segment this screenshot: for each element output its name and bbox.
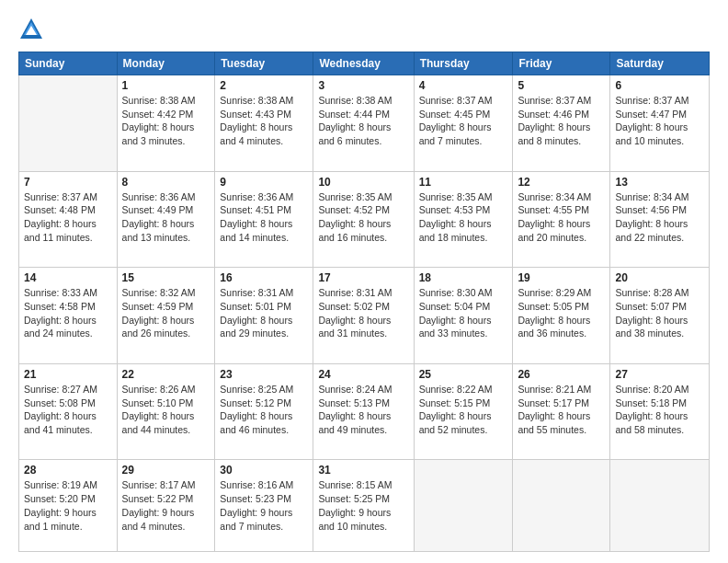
day-number: 11	[419, 176, 508, 189]
calendar-week-row: 21Sunrise: 8:27 AMSunset: 5:08 PMDayligh…	[19, 363, 710, 460]
day-info: Sunrise: 8:38 AMSunset: 4:44 PMDaylight:…	[318, 94, 408, 148]
day-number: 23	[220, 368, 308, 381]
day-number: 31	[318, 464, 408, 477]
weekday-header-cell: Sunday	[19, 52, 118, 75]
day-number: 2	[220, 79, 308, 92]
day-number: 27	[615, 368, 704, 381]
day-number: 25	[419, 368, 508, 381]
day-info: Sunrise: 8:33 AMSunset: 4:58 PMDaylight:…	[24, 286, 112, 340]
logo	[18, 17, 48, 42]
day-number: 9	[220, 176, 308, 189]
day-number: 1	[122, 79, 210, 92]
calendar-body: 1Sunrise: 8:38 AMSunset: 4:42 PMDaylight…	[19, 75, 710, 552]
day-info: Sunrise: 8:34 AMSunset: 4:55 PMDaylight:…	[518, 190, 605, 245]
day-number: 24	[318, 368, 408, 381]
day-number: 12	[518, 176, 605, 189]
calendar-cell: 12Sunrise: 8:34 AMSunset: 4:55 PMDayligh…	[513, 171, 610, 268]
calendar-cell: 17Sunrise: 8:31 AMSunset: 5:02 PMDayligh…	[313, 268, 414, 364]
calendar-cell: 19Sunrise: 8:29 AMSunset: 5:05 PMDayligh…	[513, 268, 610, 364]
day-info: Sunrise: 8:35 AMSunset: 4:52 PMDaylight:…	[318, 190, 408, 245]
day-number: 19	[518, 271, 605, 284]
day-info: Sunrise: 8:26 AMSunset: 5:10 PMDaylight:…	[122, 383, 210, 437]
calendar-cell: 8Sunrise: 8:36 AMSunset: 4:49 PMDaylight…	[117, 171, 215, 268]
calendar-cell	[513, 460, 610, 552]
day-number: 15	[122, 271, 210, 284]
calendar-cell: 29Sunrise: 8:17 AMSunset: 5:22 PMDayligh…	[117, 460, 215, 552]
day-info: Sunrise: 8:15 AMSunset: 5:25 PMDaylight:…	[318, 478, 408, 533]
day-number: 10	[318, 176, 408, 189]
weekday-header-cell: Monday	[117, 52, 215, 75]
day-info: Sunrise: 8:28 AMSunset: 5:07 PMDaylight:…	[615, 286, 704, 340]
day-info: Sunrise: 8:37 AMSunset: 4:47 PMDaylight:…	[615, 94, 704, 148]
calendar-cell: 9Sunrise: 8:36 AMSunset: 4:51 PMDaylight…	[215, 171, 313, 268]
day-info: Sunrise: 8:36 AMSunset: 4:51 PMDaylight:…	[220, 190, 308, 245]
day-info: Sunrise: 8:38 AMSunset: 4:42 PMDaylight:…	[122, 94, 210, 148]
day-info: Sunrise: 8:35 AMSunset: 4:53 PMDaylight:…	[419, 190, 508, 245]
calendar-cell: 11Sunrise: 8:35 AMSunset: 4:53 PMDayligh…	[414, 171, 513, 268]
calendar-cell: 6Sunrise: 8:37 AMSunset: 4:47 PMDaylight…	[610, 75, 710, 172]
day-info: Sunrise: 8:38 AMSunset: 4:43 PMDaylight:…	[220, 94, 308, 148]
day-info: Sunrise: 8:37 AMSunset: 4:48 PMDaylight:…	[24, 190, 112, 245]
day-number: 17	[318, 271, 408, 284]
calendar-cell: 20Sunrise: 8:28 AMSunset: 5:07 PMDayligh…	[610, 268, 710, 364]
day-info: Sunrise: 8:36 AMSunset: 4:49 PMDaylight:…	[122, 190, 210, 245]
calendar-week-row: 1Sunrise: 8:38 AMSunset: 4:42 PMDaylight…	[19, 75, 710, 172]
day-info: Sunrise: 8:31 AMSunset: 5:02 PMDaylight:…	[318, 286, 408, 340]
calendar: SundayMondayTuesdayWednesdayThursdayFrid…	[18, 52, 710, 552]
day-number: 30	[220, 464, 308, 477]
calendar-cell: 22Sunrise: 8:26 AMSunset: 5:10 PMDayligh…	[117, 363, 215, 460]
day-info: Sunrise: 8:25 AMSunset: 5:12 PMDaylight:…	[220, 383, 308, 437]
header	[18, 17, 710, 42]
day-info: Sunrise: 8:32 AMSunset: 4:59 PMDaylight:…	[122, 286, 210, 340]
calendar-week-row: 14Sunrise: 8:33 AMSunset: 4:58 PMDayligh…	[19, 268, 710, 364]
day-number: 4	[419, 79, 508, 92]
weekday-header-cell: Saturday	[610, 52, 710, 75]
calendar-cell: 4Sunrise: 8:37 AMSunset: 4:45 PMDaylight…	[414, 75, 513, 172]
calendar-cell: 1Sunrise: 8:38 AMSunset: 4:42 PMDaylight…	[117, 75, 215, 172]
calendar-cell: 18Sunrise: 8:30 AMSunset: 5:04 PMDayligh…	[414, 268, 513, 364]
calendar-cell: 7Sunrise: 8:37 AMSunset: 4:48 PMDaylight…	[19, 171, 118, 268]
calendar-cell: 23Sunrise: 8:25 AMSunset: 5:12 PMDayligh…	[215, 363, 313, 460]
day-number: 22	[122, 368, 210, 381]
page: SundayMondayTuesdayWednesdayThursdayFrid…	[0, 0, 728, 563]
logo-icon	[18, 17, 44, 42]
calendar-cell: 3Sunrise: 8:38 AMSunset: 4:44 PMDaylight…	[313, 75, 414, 172]
day-info: Sunrise: 8:20 AMSunset: 5:18 PMDaylight:…	[615, 383, 704, 437]
day-number: 14	[24, 271, 112, 284]
day-info: Sunrise: 8:34 AMSunset: 4:56 PMDaylight:…	[615, 190, 704, 245]
calendar-cell: 10Sunrise: 8:35 AMSunset: 4:52 PMDayligh…	[313, 171, 414, 268]
calendar-cell: 21Sunrise: 8:27 AMSunset: 5:08 PMDayligh…	[19, 363, 118, 460]
calendar-cell: 27Sunrise: 8:20 AMSunset: 5:18 PMDayligh…	[610, 363, 710, 460]
day-info: Sunrise: 8:31 AMSunset: 5:01 PMDaylight:…	[220, 286, 308, 340]
calendar-cell: 16Sunrise: 8:31 AMSunset: 5:01 PMDayligh…	[215, 268, 313, 364]
day-number: 7	[24, 176, 112, 189]
day-info: Sunrise: 8:37 AMSunset: 4:45 PMDaylight:…	[419, 94, 508, 148]
day-number: 28	[24, 464, 112, 477]
calendar-cell: 26Sunrise: 8:21 AMSunset: 5:17 PMDayligh…	[513, 363, 610, 460]
calendar-week-row: 28Sunrise: 8:19 AMSunset: 5:20 PMDayligh…	[19, 460, 710, 552]
calendar-cell: 25Sunrise: 8:22 AMSunset: 5:15 PMDayligh…	[414, 363, 513, 460]
calendar-cell: 13Sunrise: 8:34 AMSunset: 4:56 PMDayligh…	[610, 171, 710, 268]
calendar-cell: 28Sunrise: 8:19 AMSunset: 5:20 PMDayligh…	[19, 460, 118, 552]
day-info: Sunrise: 8:16 AMSunset: 5:23 PMDaylight:…	[220, 478, 308, 533]
day-number: 29	[122, 464, 210, 477]
day-number: 26	[518, 368, 605, 381]
calendar-cell: 30Sunrise: 8:16 AMSunset: 5:23 PMDayligh…	[215, 460, 313, 552]
day-info: Sunrise: 8:17 AMSunset: 5:22 PMDaylight:…	[122, 478, 210, 533]
day-number: 3	[318, 79, 408, 92]
day-number: 21	[24, 368, 112, 381]
weekday-header-cell: Friday	[513, 52, 610, 75]
weekday-header-cell: Thursday	[414, 52, 513, 75]
day-info: Sunrise: 8:37 AMSunset: 4:46 PMDaylight:…	[518, 94, 605, 148]
day-info: Sunrise: 8:19 AMSunset: 5:20 PMDaylight:…	[24, 478, 112, 533]
calendar-cell: 24Sunrise: 8:24 AMSunset: 5:13 PMDayligh…	[313, 363, 414, 460]
calendar-cell	[414, 460, 513, 552]
day-number: 20	[615, 271, 704, 284]
day-info: Sunrise: 8:27 AMSunset: 5:08 PMDaylight:…	[24, 383, 112, 437]
day-info: Sunrise: 8:21 AMSunset: 5:17 PMDaylight:…	[518, 383, 605, 437]
calendar-cell	[19, 75, 118, 172]
day-number: 5	[518, 79, 605, 92]
calendar-cell: 15Sunrise: 8:32 AMSunset: 4:59 PMDayligh…	[117, 268, 215, 364]
calendar-cell	[610, 460, 710, 552]
calendar-cell: 31Sunrise: 8:15 AMSunset: 5:25 PMDayligh…	[313, 460, 414, 552]
